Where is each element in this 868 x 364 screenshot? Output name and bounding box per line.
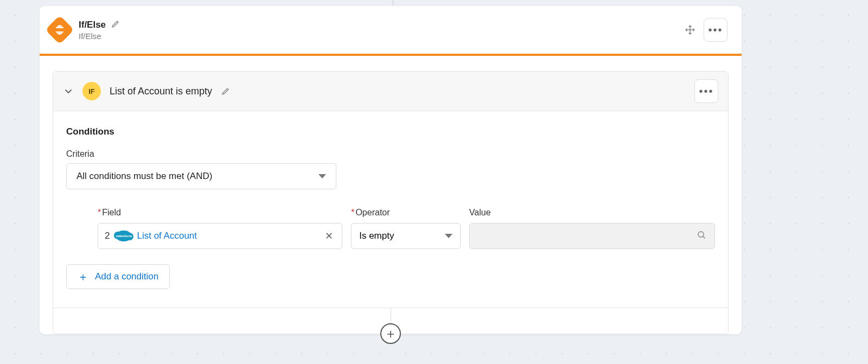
edit-branch-icon[interactable] — [221, 86, 231, 96]
edit-title-icon[interactable] — [111, 20, 120, 30]
chevron-down-icon — [318, 174, 326, 178]
operator-label: *Operator — [351, 208, 461, 218]
operator-select[interactable]: Is empty — [351, 223, 461, 249]
field-input[interactable]: 2 salesforce List of Account ✕ — [98, 223, 342, 249]
search-icon — [697, 231, 706, 242]
conditions-heading: Conditions — [53, 126, 728, 149]
field-label: *Field — [98, 208, 342, 218]
criteria-value: All conditions must be met (AND) — [76, 171, 212, 182]
node-subtitle: If/Else — [79, 31, 675, 41]
node-title-wrap: If/Else If/Else — [79, 20, 675, 41]
collapse-chevron-icon[interactable] — [63, 87, 74, 95]
criteria-select[interactable]: All conditions must be met (AND) — [66, 163, 336, 189]
add-condition-button[interactable]: ＋ Add a condition — [66, 264, 170, 289]
plus-icon: ＋ — [78, 270, 88, 284]
clear-field-icon[interactable]: ✕ — [323, 230, 335, 242]
salesforce-icon: salesforce — [116, 231, 131, 241]
node-title: If/Else — [79, 20, 106, 30]
chevron-down-icon — [445, 234, 452, 238]
conditions-body: Conditions Criteria All conditions must … — [53, 111, 728, 308]
card-header: If/Else If/Else ••• — [40, 6, 742, 54]
add-step-button[interactable]: ＋ — [380, 323, 401, 344]
if-branch-section: IF List of Account is empty ••• Conditio… — [53, 71, 729, 334]
if-else-card: If/Else If/Else ••• IF List of Account i… — [39, 5, 742, 335]
branch-menu-button[interactable]: ••• — [694, 79, 718, 103]
card-menu-button[interactable]: ••• — [704, 18, 727, 42]
branch-icon — [45, 15, 74, 44]
move-icon[interactable] — [684, 24, 696, 36]
step-index: 2 — [105, 231, 110, 241]
operator-value: Is empty — [359, 231, 394, 241]
field-value: List of Account — [137, 231, 197, 241]
orange-accent-bar — [40, 54, 742, 56]
value-label: Value — [469, 208, 715, 218]
add-condition-label: Add a condition — [95, 271, 158, 282]
dots-icon: ••• — [708, 24, 723, 36]
if-badge: IF — [82, 82, 101, 100]
criteria-label: Criteria — [53, 149, 728, 163]
branch-header: IF List of Account is empty ••• — [53, 72, 728, 111]
dots-icon: ••• — [699, 85, 713, 98]
branch-title: List of Account is empty — [110, 86, 212, 97]
value-input[interactable] — [469, 223, 715, 249]
condition-row: *Field 2 salesforce List of Account ✕ *O… — [53, 208, 728, 249]
branch-footer: ＋ — [53, 308, 728, 334]
